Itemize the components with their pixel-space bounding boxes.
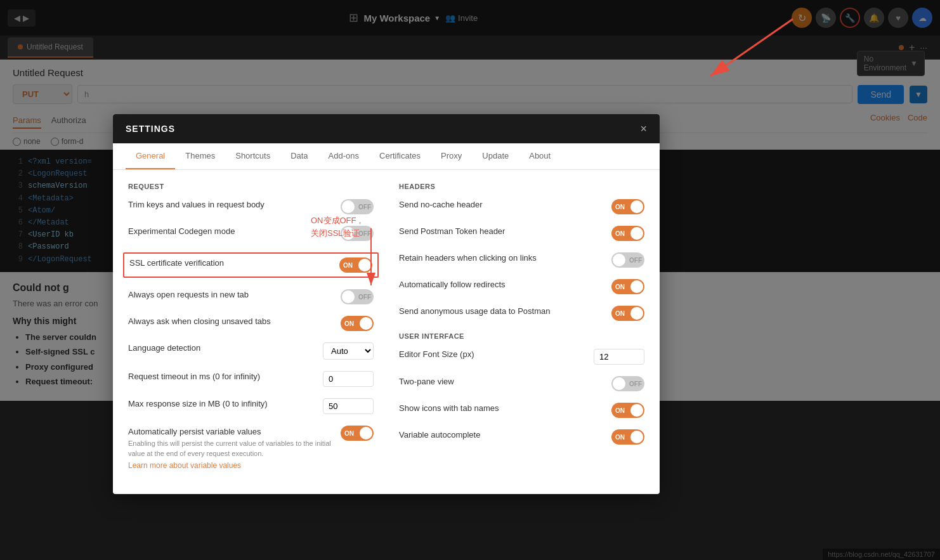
font-size-input[interactable] — [594, 349, 644, 365]
setting-ssl: SSL certificate verification ON — [123, 252, 379, 278]
persist-vars-sub: Enabling this will persist the current v… — [128, 439, 333, 459]
show-icons-toggle-wrap: ON — [611, 403, 644, 418]
autocomplete-thumb — [630, 431, 643, 443]
request-section-title: REQUEST — [128, 183, 374, 190]
postman-token-toggle[interactable]: ON — [611, 226, 644, 241]
codegen-label-off: OFF — [358, 230, 371, 237]
autocomplete-track: ON — [611, 429, 644, 445]
close-tabs-label-on: ON — [344, 320, 354, 327]
modal-tab-addons[interactable]: Add-ons — [318, 143, 369, 169]
timeout-input[interactable] — [323, 371, 374, 387]
retain-headers-toggle[interactable]: OFF — [611, 252, 644, 268]
anonymous-usage-label: Send anonymous usage data to Postman — [399, 306, 604, 317]
trim-keys-track: OFF — [341, 199, 374, 214]
setting-retain-headers: Retain headers when clicking on links OF… — [399, 252, 644, 268]
modal-tab-data[interactable]: Data — [280, 143, 318, 169]
retain-headers-track: OFF — [611, 252, 644, 268]
follow-redirects-toggle[interactable]: ON — [611, 279, 644, 294]
persist-vars-label: Automatically persist variable values — [128, 427, 261, 436]
modal-tab-themes[interactable]: Themes — [175, 143, 225, 169]
ssl-track: ON — [339, 257, 372, 273]
anonymous-usage-track: ON — [611, 306, 644, 321]
codegen-toggle-wrap: OFF — [341, 226, 374, 241]
show-icons-toggle[interactable]: ON — [611, 403, 644, 418]
persist-vars-thumb — [360, 427, 372, 440]
persist-vars-label-on: ON — [344, 430, 354, 437]
modal-tab-about[interactable]: About — [519, 143, 561, 169]
two-pane-toggle[interactable]: OFF — [611, 376, 644, 391]
no-cache-toggle-wrap: ON — [611, 199, 644, 214]
two-pane-toggle-wrap: OFF — [611, 376, 644, 391]
setting-postman-token: Send Postman Token header ON — [399, 226, 644, 241]
language-label: Language detection — [128, 342, 315, 354]
no-cache-label: Send no-cache header — [399, 199, 604, 211]
persist-vars-toggle[interactable]: ON — [341, 426, 374, 441]
setting-autocomplete: Variable autocomplete ON — [399, 429, 644, 445]
setting-anonymous-usage: Send anonymous usage data to Postman ON — [399, 306, 644, 321]
trim-keys-toggle[interactable]: OFF — [341, 199, 374, 214]
trim-keys-label-off: OFF — [358, 204, 371, 211]
anonymous-usage-toggle[interactable]: ON — [611, 306, 644, 321]
max-response-input[interactable] — [323, 398, 374, 414]
setting-timeout: Request timeout in ms (0 for infinity) — [128, 371, 374, 387]
ssl-toggle[interactable]: ON — [339, 257, 372, 273]
font-size-label: Editor Font Size (px) — [399, 349, 586, 360]
follow-redirects-label: Automatically follow redirects — [399, 279, 604, 290]
trim-keys-thumb — [342, 200, 355, 213]
modal-body: REQUEST Trim keys and values in request … — [113, 170, 660, 494]
close-tabs-toggle[interactable]: ON — [341, 316, 374, 331]
autocomplete-toggle[interactable]: ON — [611, 429, 644, 445]
modal-tab-update[interactable]: Update — [472, 143, 519, 169]
two-pane-thumb — [613, 377, 625, 390]
language-select[interactable]: Auto Manual — [323, 342, 374, 360]
ssl-thumb — [358, 259, 371, 271]
close-tabs-toggle-wrap: ON — [341, 316, 374, 331]
setting-show-icons: Show icons with tab names ON — [399, 403, 644, 418]
ssl-label-on: ON — [343, 262, 353, 269]
autocomplete-toggle-wrap: ON — [611, 429, 644, 445]
codegen-label: Experimental Codegen mode — [128, 226, 333, 237]
postman-token-toggle-wrap: ON — [611, 226, 644, 241]
modal-tab-proxy[interactable]: Proxy — [431, 143, 472, 169]
follow-redirects-label-on: ON — [615, 283, 625, 290]
modal-tab-general[interactable]: General — [126, 143, 175, 169]
setting-new-tab: Always open requests in new tab OFF — [128, 289, 374, 304]
retain-headers-label-off: OFF — [629, 257, 642, 264]
setting-trim-keys: Trim keys and values in request body OFF — [128, 199, 374, 214]
codegen-toggle[interactable]: OFF — [341, 226, 374, 241]
retain-headers-thumb — [613, 254, 625, 266]
retain-headers-toggle-wrap: OFF — [611, 252, 644, 268]
autocomplete-label-on: ON — [615, 434, 625, 441]
setting-font-size: Editor Font Size (px) — [399, 349, 644, 365]
modal-close-button[interactable]: × — [640, 123, 647, 134]
no-cache-toggle[interactable]: ON — [611, 199, 644, 214]
persist-vars-link[interactable]: Learn more about variable values — [128, 461, 333, 470]
anonymous-usage-thumb — [630, 307, 643, 320]
close-tabs-label: Always ask when closing unsaved tabs — [128, 316, 333, 327]
setting-two-pane: Two-pane view OFF — [399, 376, 644, 391]
new-tab-label: Always open requests in new tab — [128, 289, 333, 301]
postman-token-thumb — [630, 227, 643, 240]
headers-section-title: HEADERS — [399, 183, 644, 190]
setting-no-cache: Send no-cache header ON — [399, 199, 644, 214]
new-tab-track: OFF — [341, 289, 374, 304]
codegen-thumb — [342, 227, 355, 240]
anonymous-usage-label-on: ON — [615, 310, 625, 317]
new-tab-toggle-wrap: OFF — [341, 289, 374, 304]
follow-redirects-thumb — [630, 280, 643, 293]
left-column: REQUEST Trim keys and values in request … — [128, 183, 374, 481]
close-tabs-track: ON — [341, 316, 374, 331]
modal-tab-certificates[interactable]: Certificates — [369, 143, 431, 169]
trim-keys-label: Trim keys and values in request body — [128, 199, 333, 211]
show-icons-track: ON — [611, 403, 644, 418]
ssl-toggle-wrap: ON — [339, 257, 372, 273]
settings-modal: SETTINGS × General Themes Shortcuts Data… — [113, 114, 660, 494]
two-pane-track: OFF — [611, 376, 644, 391]
retain-headers-label: Retain headers when clicking on links — [399, 252, 604, 264]
modal-tab-shortcuts[interactable]: Shortcuts — [225, 143, 280, 169]
new-tab-toggle[interactable]: OFF — [341, 289, 374, 304]
modal-header: SETTINGS × — [113, 114, 660, 143]
show-icons-label-on: ON — [615, 407, 625, 414]
anonymous-usage-toggle-wrap: ON — [611, 306, 644, 321]
modal-title: SETTINGS — [126, 124, 175, 134]
